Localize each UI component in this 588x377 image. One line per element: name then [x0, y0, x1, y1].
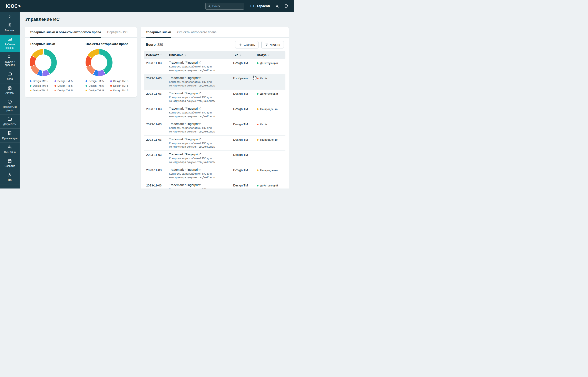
row-description: Trademark “Fingerprint” Контроль за разр… [167, 107, 231, 118]
sidebar-item-personal-data[interactable]: ПД [0, 170, 20, 184]
row-subtitle: Контроль за разработкой ПО для конструкт… [169, 80, 220, 87]
search-icon [207, 4, 211, 8]
sidebar-item-cases[interactable]: Дела [0, 69, 20, 83]
row-type: Design TM [231, 122, 255, 133]
status-badge: Истёк [255, 76, 285, 87]
status-dot [257, 124, 258, 125]
user-name[interactable]: Т. Г. Тарасов [250, 4, 270, 8]
total-value: 389 [157, 43, 163, 47]
sidebar-item-individuals[interactable]: Физ. лица [0, 142, 20, 156]
legend-label: Design TM: 5 [89, 89, 104, 92]
sidebar-item-screens[interactable]: Рабочие экраны [0, 35, 20, 52]
row-expires-date: 2023-11-03 [144, 168, 167, 179]
sort-icon [185, 55, 186, 56]
row-description: Trademark “Fingerprint” Контроль за разр… [167, 76, 231, 87]
row-type: Design TM [231, 137, 255, 149]
donut-hole [35, 54, 51, 71]
app-logo[interactable]: ЮОС>_ [6, 3, 23, 9]
column-header-type[interactable]: Тип [231, 53, 255, 57]
sidebar-item-label: Активы [6, 91, 14, 95]
row-subtitle: Контроль за разработкой ПО для конструкт… [169, 141, 220, 149]
sidebar-item-tasks[interactable]: Задачи и проекты [0, 52, 20, 70]
legend-item: Design TM: 5 [30, 80, 52, 82]
row-description: Trademark “Fingerprint” Контроль за разр… [167, 91, 231, 103]
logout-button[interactable] [284, 4, 289, 8]
search-input[interactable] [205, 3, 244, 10]
filter-button[interactable]: Фильтр [261, 41, 284, 48]
main-content: Управление ИС Товарные знаки и объекты а… [20, 12, 294, 188]
row-title: Trademark “Fingerprint” [169, 168, 231, 171]
tab-ip-portfolio[interactable]: Портфель ИС [107, 27, 128, 37]
row-type: Design TM [231, 153, 255, 164]
alert-circle-icon [8, 100, 12, 104]
table-row[interactable]: 2023-11-03 Trademark “Fingerprint” Контр… [144, 120, 285, 136]
sidebar-item-products-risks[interactable]: Продукты и риски [0, 97, 20, 115]
column-header-expires[interactable]: Истекает [144, 53, 167, 57]
status-badge: На продлении [255, 137, 285, 149]
legend-label: Design TM: 5 [89, 84, 104, 87]
sidebar-item-label: Организации [2, 137, 18, 140]
legend-item: Design TM: 5 [55, 89, 76, 92]
total-label: Всего [146, 43, 155, 47]
legend-label: Design TM: 5 [33, 80, 48, 82]
row-expires-date: 2023-11-03 [144, 153, 167, 164]
legend-label: Design TM: 5 [57, 80, 73, 82]
sidebar-item-label: Задачи и проекты [1, 60, 19, 67]
table-header: Истекает Описание Тип Статус [144, 51, 285, 59]
settings-button[interactable] [275, 4, 279, 8]
tab-trademarks-and-copyright[interactable]: Товарные знаки и объекты авторского прав… [30, 27, 101, 37]
trademarks-table: Истекает Описание Тип Статус 2023-11-03 … [141, 51, 289, 188]
donut-chart-copyright [86, 49, 112, 76]
row-subtitle: Контроль за разработкой ПО для конструкт… [169, 65, 220, 72]
status-dot [257, 139, 258, 141]
status-dot [257, 108, 258, 110]
row-expires-date: 2023-11-03 [144, 76, 167, 87]
sidebar-item-label: Дела [7, 77, 13, 81]
table-row[interactable]: 2023-11-03 Trademark “Fingerprint” Контр… [144, 90, 285, 105]
column-header-status[interactable]: Статус [255, 53, 285, 57]
legend-dot [86, 85, 87, 87]
row-description: Trademark “Fingerprint” Контроль за разр… [167, 153, 231, 164]
donut-hole [91, 54, 107, 71]
status-badge: Действующий [255, 61, 285, 72]
table-row[interactable]: 2023-11-03 Trademark “Fingerprint” Контр… [144, 136, 285, 151]
sidebar-item-label: ПД [8, 178, 11, 182]
status-dot [257, 93, 258, 95]
legend-item: Design TM: 5 [55, 84, 76, 87]
status-label: Действующий [260, 92, 278, 95]
tasks-icon [8, 54, 12, 59]
legend-item: Design TM: 5 [30, 84, 52, 87]
table-row[interactable]: 2023-11-03 Trademark “Fingerprint” Контр… [144, 151, 285, 166]
status-label: Истёк [260, 123, 267, 126]
sidebar-item-organizations[interactable]: Организации [0, 129, 20, 142]
sidebar-item-label: Рабочие экраны [1, 43, 19, 49]
sidebar-collapse-button[interactable] [0, 12, 20, 21]
sidebar-item-label: Биллинг [5, 29, 15, 32]
sidebar-item-events[interactable]: События [0, 156, 20, 170]
legend-dot [86, 80, 87, 82]
sidebar-item-documents[interactable]: Документы [0, 115, 20, 128]
column-header-description[interactable]: Описание [167, 53, 231, 57]
table-card: Товарные знаки Объекты авторского права … [141, 27, 289, 188]
table-row[interactable]: 2023-11-03 Trademark “Fingerprint” Контр… [144, 74, 285, 90]
search-box [205, 3, 244, 10]
status-badge: Истёк [255, 122, 285, 133]
building-icon [8, 131, 12, 135]
row-title: Trademark “Fingerprint” [169, 153, 231, 156]
table-row[interactable]: 2023-11-03 Trademark “Fingerprint” Контр… [144, 166, 285, 181]
row-type: Изобразит... [231, 76, 255, 87]
legend-dot [55, 80, 56, 82]
row-description: Trademark “Fingerprint” Контроль за разр… [167, 168, 231, 179]
create-button[interactable]: Создать [235, 41, 258, 48]
table-row[interactable]: 2023-11-03 Trademark “Fingerprint” Контр… [144, 59, 285, 74]
row-expires-date: 2023-11-03 [144, 61, 167, 72]
tab-copyright-objects[interactable]: Объекты авторского права [177, 27, 217, 37]
row-expires-date: 2023-11-03 [144, 91, 167, 103]
sidebar-item-assets[interactable]: Активы [0, 83, 20, 97]
table-row[interactable]: 2023-11-03 Trademark “Fingerprint” Контр… [144, 181, 285, 188]
sidebar-item-billing[interactable]: Биллинг [0, 21, 20, 35]
table-row[interactable]: 2023-11-03 Trademark “Fingerprint” Контр… [144, 105, 285, 120]
tab-trademarks[interactable]: Товарные знаки [146, 27, 171, 37]
status-label: Действующий [260, 184, 278, 187]
legend-label: Design TM: 5 [89, 80, 104, 82]
